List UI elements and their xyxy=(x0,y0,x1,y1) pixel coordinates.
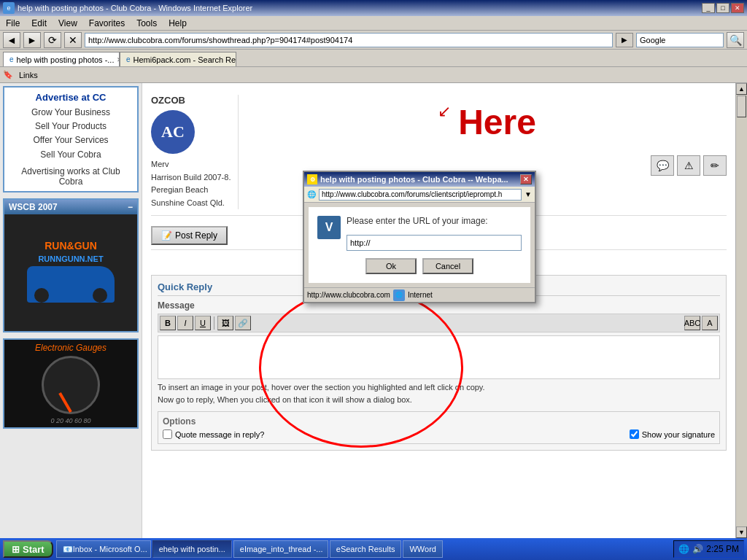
modal-vb-icon: V xyxy=(317,216,341,239)
taskbar-icon-0: 📧 xyxy=(63,545,73,554)
menu-edit[interactable]: Edit xyxy=(26,17,53,30)
taskbar-item-0[interactable]: 📧 Inbox - Microsoft O... xyxy=(56,540,151,558)
start-label: Start xyxy=(23,544,44,555)
wscb-run-text: RUN&GUN xyxy=(27,240,115,252)
modal-form: Please enter the URL of your image: xyxy=(347,216,522,251)
sidebar-gauges: Electronic Gauges 0 20 40 60 80 xyxy=(3,338,139,429)
tray-network: 🌐 xyxy=(678,544,689,554)
tab-bar: e help with posting photos -... ✕ e Hemi… xyxy=(0,50,747,67)
taskbar-items: 📧 Inbox - Microsoft O... e help with pos… xyxy=(56,540,671,558)
taskbar-item-3[interactable]: e Search Results xyxy=(330,540,402,558)
sidebar-ad-footer: Advertising works at Club Cobra xyxy=(9,166,133,187)
taskbar-item-2[interactable]: e Image_into_thread -... xyxy=(233,540,328,558)
wscb-website: RUNNGUNN.NET xyxy=(27,254,115,263)
browser-icon: e xyxy=(3,2,15,14)
back-button[interactable]: ◄ xyxy=(3,32,20,48)
window-title: help with posting photos - Club Cobra - … xyxy=(18,4,252,12)
search-input[interactable] xyxy=(636,33,724,47)
window-controls[interactable]: _ □ ✕ xyxy=(702,3,744,13)
menu-view[interactable]: View xyxy=(53,17,83,30)
tab-icon: e xyxy=(9,55,14,63)
menu-favorites[interactable]: Favorites xyxy=(83,17,131,30)
gauges-text: Electronic Gauges xyxy=(35,343,107,353)
modal-body: V Please enter the URL of your image: Ok… xyxy=(309,207,530,283)
close-btn[interactable]: ✕ xyxy=(731,3,744,13)
title-bar: e help with posting photos - Club Cobra … xyxy=(0,0,747,16)
sidebar: Advertise at CC Grow Your Business Sell … xyxy=(0,83,142,538)
modal-zone-icon: 🌐 xyxy=(393,289,405,301)
menu-help[interactable]: Help xyxy=(163,17,193,30)
start-button[interactable]: ⊞ Start xyxy=(3,540,53,558)
modal-title-left: ⚙ help with posting photos - Club Cobra … xyxy=(307,174,508,184)
gauges-image: Electronic Gauges 0 20 40 60 80 xyxy=(4,340,137,427)
modal-dialog: ⚙ help with posting photos - Club Cobra … xyxy=(303,171,536,303)
scroll-up-btn[interactable]: ▲ xyxy=(736,83,747,95)
tab-label-1: Hemi6pack.com - Search Re... xyxy=(133,55,236,64)
scrollbar[interactable]: ▲ ▼ xyxy=(735,83,747,538)
sidebar-ad-title: Advertise at CC xyxy=(9,92,133,103)
taskbar-label-2: Image_into_thread -... xyxy=(244,545,323,553)
taskbar-label-4: Word xyxy=(417,545,436,553)
system-tray: 🌐 🔊 2:25 PM xyxy=(673,540,744,558)
content-area: OZCOB AC Merv Harrison Build 2007-8. Per… xyxy=(142,83,735,538)
tab-icon-1: e xyxy=(126,55,131,63)
address-input[interactable] xyxy=(85,33,613,47)
links-text: Links xyxy=(19,71,38,79)
wscb-header: WSCB 2007 − xyxy=(4,200,137,214)
menu-file[interactable]: File xyxy=(0,17,26,30)
modal-cancel-btn[interactable]: Cancel xyxy=(422,258,473,274)
modal-status-url: http://www.clubcobra.com xyxy=(307,291,390,299)
modal-address-bar: 🌐 ▼ xyxy=(304,187,535,203)
modal-url-input[interactable] xyxy=(347,235,522,251)
wscb-title: WSCB 2007 xyxy=(9,202,58,212)
taskbar-item-1[interactable]: e help with postin... xyxy=(152,540,232,558)
stop-button[interactable]: ✕ xyxy=(64,32,82,48)
modal-zone-text: Internet xyxy=(408,291,433,299)
taskbar-icon-4: W xyxy=(409,545,417,553)
main-layout: Advertise at CC Grow Your Business Sell … xyxy=(0,83,747,538)
forward-button[interactable]: ► xyxy=(23,32,41,48)
modal-title-text: help with posting photos - Club Cobra --… xyxy=(320,175,508,184)
wscb-collapse[interactable]: − xyxy=(128,202,133,212)
go-button[interactable]: ▶ xyxy=(616,33,633,47)
sidebar-wscb: WSCB 2007 − RUN&GUN RUNNGUNN.NET xyxy=(3,198,139,332)
tab-0[interactable]: e help with posting photos -... ✕ xyxy=(3,52,120,66)
taskbar-label-0: Inbox - Microsoft O... xyxy=(73,545,147,553)
modal-close-btn[interactable]: ✕ xyxy=(520,174,532,184)
windows-logo: ⊞ xyxy=(12,544,20,555)
tab-1[interactable]: e Hemi6pack.com - Search Re... xyxy=(120,52,236,66)
tray-time: 2:25 PM xyxy=(706,544,739,554)
modal-icon-small: ⚙ xyxy=(307,174,317,184)
modal-status-bar: http://www.clubcobra.com 🌐 Internet xyxy=(304,287,535,302)
modal-prompt: Please enter the URL of your image: xyxy=(347,216,522,226)
tray-volume: 🔊 xyxy=(692,544,703,554)
modal-addr-icon: 🌐 xyxy=(307,190,316,198)
taskbar-label-3: Search Results xyxy=(341,545,395,553)
taskbar-item-4[interactable]: W Word xyxy=(403,540,442,558)
wscb-image: RUN&GUN RUNNGUNN.NET xyxy=(4,214,137,331)
menu-tools[interactable]: Tools xyxy=(131,17,163,30)
menu-bar: File Edit View Favorites Tools Help xyxy=(0,16,747,31)
sidebar-ad: Advertise at CC Grow Your Business Sell … xyxy=(3,86,139,192)
modal-overlay: ⚙ help with posting photos - Club Cobra … xyxy=(142,83,735,538)
modal-address-input[interactable] xyxy=(319,189,522,201)
links-bar: 🔖 Links xyxy=(0,67,747,83)
taskbar-label-1: help with postin... xyxy=(163,545,225,553)
scroll-track[interactable] xyxy=(736,95,747,526)
refresh-button[interactable]: ⟳ xyxy=(44,32,61,48)
search-go-button[interactable]: 🔍 xyxy=(727,32,744,48)
modal-addr-dropdown[interactable]: ▼ xyxy=(525,190,532,198)
taskbar: ⊞ Start 📧 Inbox - Microsoft O... e help … xyxy=(0,538,747,560)
scroll-thumb[interactable] xyxy=(737,96,746,117)
sidebar-ad-text: Grow Your Business Sell Your Products Of… xyxy=(9,106,133,162)
modal-content: V Please enter the URL of your image: xyxy=(317,216,522,251)
modal-title-bar: ⚙ help with posting photos - Club Cobra … xyxy=(304,172,535,187)
modal-ok-btn[interactable]: Ok xyxy=(365,258,417,274)
minimize-btn[interactable]: _ xyxy=(702,3,715,13)
address-bar: ◄ ► ⟳ ✕ ▶ 🔍 xyxy=(0,31,747,50)
modal-buttons: Ok Cancel xyxy=(317,258,522,274)
tab-label-0: help with posting photos -... xyxy=(17,55,115,64)
maximize-btn[interactable]: □ xyxy=(716,3,729,13)
links-label: 🔖 xyxy=(3,70,13,79)
scroll-down-btn[interactable]: ▼ xyxy=(736,526,747,538)
